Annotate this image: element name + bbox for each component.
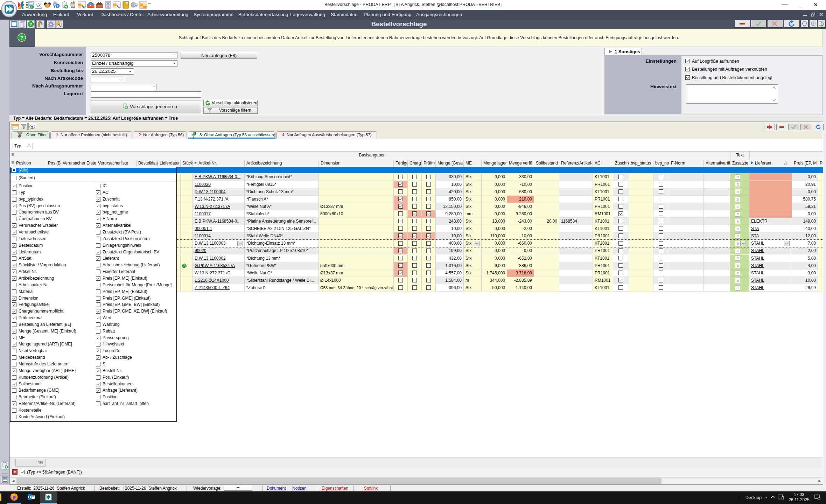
svg-text:?: ?	[56, 5, 58, 8]
svg-text:?: ?	[20, 35, 23, 41]
svg-text:√x: √x	[36, 2, 41, 8]
svg-text:?: ?	[30, 22, 32, 27]
svg-text:?: ?	[90, 2, 92, 6]
